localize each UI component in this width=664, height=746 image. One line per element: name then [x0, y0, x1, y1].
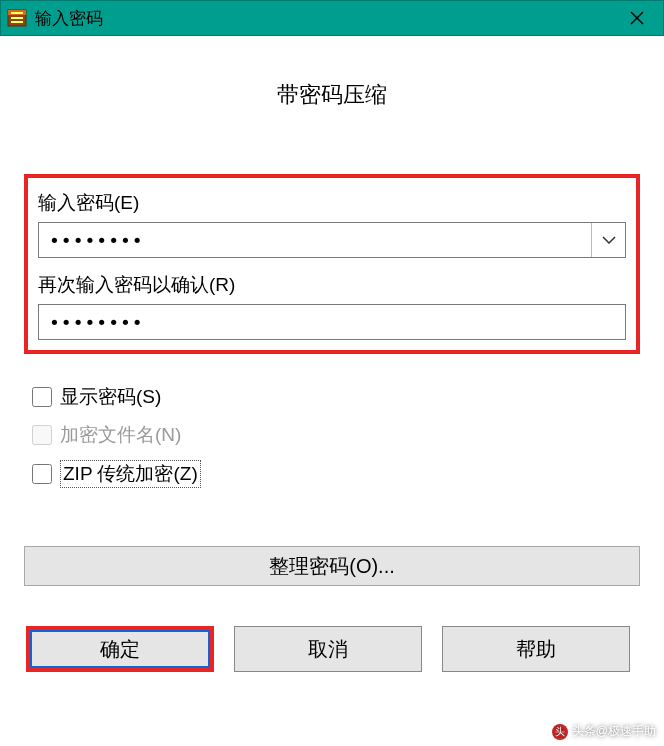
ok-button-highlight: 确定	[26, 626, 214, 672]
dialog-button-row: 确定 取消 帮助	[24, 626, 640, 672]
close-button[interactable]	[615, 2, 659, 34]
zip-legacy-input[interactable]	[32, 464, 52, 484]
encrypt-names-label: 加密文件名(N)	[60, 422, 181, 448]
app-icon	[5, 6, 29, 30]
show-password-checkbox[interactable]: 显示密码(S)	[32, 384, 640, 410]
password-section-highlight: 输入密码(E) 再次输入密码以确认(R)	[24, 174, 640, 354]
dialog-heading: 带密码压缩	[24, 80, 640, 110]
svg-rect-3	[11, 17, 23, 19]
show-password-label: 显示密码(S)	[60, 384, 161, 410]
svg-rect-4	[11, 21, 23, 23]
cancel-button[interactable]: 取消	[234, 626, 422, 672]
show-password-input[interactable]	[32, 387, 52, 407]
organize-passwords-button[interactable]: 整理密码(O)...	[24, 546, 640, 586]
help-button-wrap: 帮助	[442, 626, 630, 672]
enter-password-row	[38, 222, 626, 258]
titlebar-title: 输入密码	[35, 7, 615, 30]
dialog-content: 带密码压缩 输入密码(E) 再次输入密码以确认(R) 显示密码(S) 加密文件名…	[0, 36, 664, 688]
ok-button[interactable]: 确定	[30, 630, 210, 668]
watermark-text: 头条@极速手助	[572, 723, 656, 740]
encrypt-names-input	[32, 425, 52, 445]
zip-legacy-checkbox[interactable]: ZIP 传统加密(Z)	[32, 460, 640, 488]
enter-password-label: 输入密码(E)	[38, 190, 626, 216]
zip-legacy-label: ZIP 传统加密(Z)	[60, 460, 201, 488]
confirm-password-row	[38, 304, 626, 340]
cancel-button-wrap: 取消	[234, 626, 422, 672]
confirm-password-label: 再次输入密码以确认(R)	[38, 272, 626, 298]
help-button[interactable]: 帮助	[442, 626, 630, 672]
watermark: 头 头条@极速手助	[552, 723, 656, 740]
watermark-icon: 头	[552, 724, 568, 740]
password-dropdown-chevron[interactable]	[591, 223, 625, 257]
svg-rect-2	[11, 12, 23, 14]
checkbox-group: 显示密码(S) 加密文件名(N) ZIP 传统加密(Z)	[32, 384, 640, 488]
titlebar: 输入密码	[0, 0, 664, 36]
chevron-down-icon	[602, 236, 616, 244]
encrypt-names-checkbox: 加密文件名(N)	[32, 422, 640, 448]
enter-password-input[interactable]	[49, 230, 591, 251]
confirm-password-input[interactable]	[49, 312, 625, 333]
